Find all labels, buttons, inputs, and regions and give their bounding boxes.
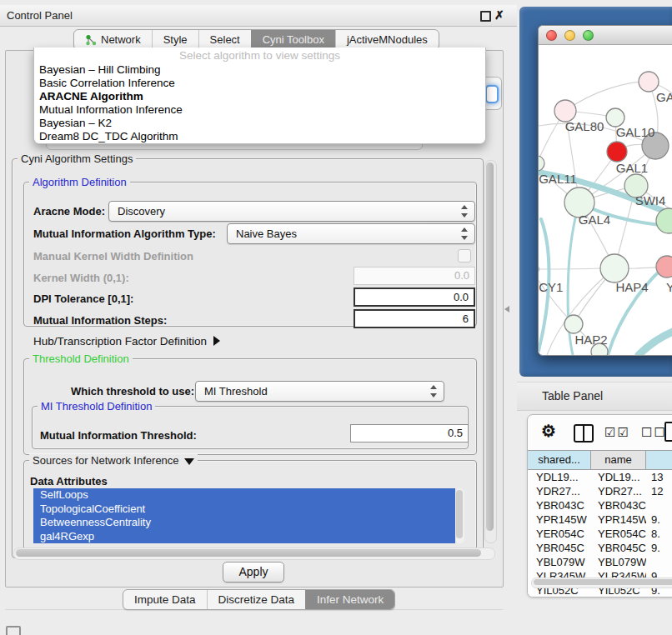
table-cell: 9. bbox=[646, 541, 672, 555]
close-traffic-light-icon[interactable] bbox=[546, 30, 557, 41]
mi-steps-field[interactable]: 6 bbox=[354, 309, 475, 328]
network-node[interactable] bbox=[656, 256, 672, 278]
network-node[interactable] bbox=[539, 156, 544, 171]
algorithm-definition-title: Algorithm Definition bbox=[29, 176, 130, 188]
mi-threshold-field[interactable]: 0.5 bbox=[350, 424, 469, 442]
table-row[interactable]: YDR27...YDR27...12 bbox=[528, 484, 672, 498]
network-window-titlebar[interactable] bbox=[539, 26, 672, 45]
tab-cyni-toolbox[interactable]: Cyni Toolbox bbox=[251, 30, 335, 49]
tab-network[interactable]: Network bbox=[74, 30, 152, 49]
deselect-all-rows-icon[interactable]: ☐☐ bbox=[641, 425, 667, 440]
table-row[interactable]: YPR145WYPR145W9. bbox=[528, 512, 672, 527]
combo-arrow-button[interactable] bbox=[485, 85, 499, 103]
column-header-clipped[interactable] bbox=[646, 451, 672, 469]
kernel-width-field[interactable]: 0.0 bbox=[354, 267, 475, 285]
table-panel: ⚙ ☑☑ ☐☐ shared... name YDL19...YDL19...1… bbox=[527, 414, 672, 598]
tab-network-label: Network bbox=[101, 30, 141, 49]
table-row[interactable]: YER054CYER054C8. bbox=[528, 527, 672, 541]
sources-title[interactable]: Sources for Network Inference bbox=[29, 454, 198, 467]
algorithm-combo-edge[interactable] bbox=[484, 77, 502, 110]
close-panel-icon[interactable]: ✗ bbox=[494, 8, 504, 22]
network-node[interactable] bbox=[639, 72, 659, 92]
network-canvas[interactable]: GALGAL80GAL10GAL1GAL11SWI4GAL4GCY1HAP4YH… bbox=[539, 44, 672, 355]
table-cell bbox=[646, 555, 672, 569]
algorithm-option[interactable]: Basic Correlation Inference bbox=[34, 77, 485, 90]
scrollbar-thumb[interactable] bbox=[456, 490, 463, 538]
network-edge bbox=[565, 82, 649, 111]
mi-type-combo[interactable]: Naive Bayes bbox=[227, 223, 475, 244]
settings-vertical-scrollbar[interactable] bbox=[484, 160, 497, 543]
zoom-traffic-light-icon[interactable] bbox=[583, 30, 594, 41]
split-pane-handle-icon[interactable] bbox=[504, 306, 509, 312]
table-row[interactable]: YBR045CYBR045C9. bbox=[528, 541, 672, 555]
table-row[interactable]: YDL19...YDL19...13 bbox=[528, 470, 672, 484]
algorithm-dropdown[interactable]: Select algorithm to view settings Bayesi… bbox=[33, 48, 486, 144]
table-cell: YBR043C bbox=[528, 498, 591, 512]
collapsed-arrow-icon bbox=[213, 336, 220, 346]
combo-stepper-icon bbox=[460, 228, 468, 240]
algorithm-option[interactable]: ARACNE Algorithm bbox=[34, 90, 485, 103]
network-node-label: GAL11 bbox=[539, 172, 577, 186]
source-attribute-item[interactable]: SelfLoops bbox=[33, 488, 455, 502]
minimize-traffic-light-icon[interactable] bbox=[564, 30, 575, 41]
network-node-label: GAL80 bbox=[565, 119, 604, 133]
source-attribute-item[interactable]: gal4RGexp bbox=[33, 530, 455, 544]
network-node-label: SWI4 bbox=[635, 193, 666, 208]
table-cell: YDR27... bbox=[528, 484, 591, 498]
data-attributes-list[interactable]: SelfLoopsTopologicalCoefficientBetweenne… bbox=[33, 488, 455, 543]
network-node-label: GAL1 bbox=[616, 161, 648, 175]
network-node-label: GAL4 bbox=[579, 212, 610, 227]
control-panel-titlebar: Control Panel ✗ bbox=[0, 5, 517, 27]
network-edge bbox=[639, 328, 672, 355]
select-all-rows-icon[interactable]: ☑☑ bbox=[604, 425, 630, 440]
scrollbar-thumb[interactable] bbox=[486, 162, 494, 531]
table-cell: YPR145W bbox=[591, 512, 646, 527]
tab-discretize-data[interactable]: Discretize Data bbox=[207, 590, 306, 609]
algorithm-option[interactable]: Mutual Information Inference bbox=[34, 103, 485, 117]
scrollbar-thumb[interactable] bbox=[16, 549, 481, 557]
float-panel-icon[interactable] bbox=[480, 11, 491, 22]
gear-icon[interactable]: ⚙ bbox=[541, 421, 556, 441]
network-window[interactable]: GALGAL80GAL10GAL1GAL11SWI4GAL4GCY1HAP4YH… bbox=[538, 25, 672, 356]
aracne-mode-combo[interactable]: Discovery bbox=[108, 201, 475, 222]
dpi-tolerance-label: DPI Tolerance [0,1]: bbox=[33, 292, 133, 305]
table-row[interactable]: YBR043CYBR043C bbox=[528, 498, 672, 512]
split-columns-icon[interactable] bbox=[574, 424, 594, 442]
mi-threshold-definition-title: MI Threshold Definition bbox=[38, 400, 155, 412]
table-horizontal-scrollbar[interactable] bbox=[531, 578, 672, 588]
table-cell: YBL079W bbox=[528, 555, 591, 569]
table-cell: 8. bbox=[646, 527, 672, 541]
cyni-bottom-tabs: Impute Data Discretize Data Infer Networ… bbox=[123, 589, 395, 610]
table-header: shared... name bbox=[528, 450, 672, 470]
algorithm-option[interactable]: Bayesian – K2 bbox=[34, 117, 485, 130]
network-node[interactable] bbox=[564, 315, 583, 333]
column-header-name[interactable]: name bbox=[591, 451, 646, 469]
dpi-tolerance-field[interactable]: 0.0 bbox=[354, 288, 475, 307]
export-table-icon[interactable] bbox=[664, 422, 672, 442]
tab-style[interactable]: Style bbox=[152, 30, 198, 49]
table-row[interactable]: YBL079WYBL079W bbox=[528, 555, 672, 569]
manual-kernel-checkbox[interactable] bbox=[458, 249, 471, 262]
settings-horizontal-scrollbar[interactable] bbox=[13, 548, 495, 560]
attributes-list-scrollbar[interactable] bbox=[455, 488, 464, 543]
network-node[interactable] bbox=[607, 142, 627, 162]
scrollbar-thumb[interactable] bbox=[534, 579, 672, 585]
source-attribute-item[interactable]: TopologicalCoefficient bbox=[33, 502, 455, 517]
algorithm-option[interactable]: Dream8 DC_TDC Algorithm bbox=[34, 130, 485, 143]
collapsed-panel-icon[interactable] bbox=[6, 626, 21, 635]
tab-jactivemnodules[interactable]: jActiveMNodules bbox=[335, 30, 439, 49]
tab-impute-data[interactable]: Impute Data bbox=[123, 590, 207, 609]
tab-select[interactable]: Select bbox=[198, 30, 251, 49]
source-attribute-item[interactable]: BetweennessCentrality bbox=[33, 516, 455, 530]
network-node[interactable] bbox=[656, 208, 672, 233]
tab-infer-network[interactable]: Infer Network bbox=[305, 590, 394, 609]
apply-button[interactable]: Apply bbox=[223, 562, 284, 582]
which-threshold-combo[interactable]: MI Threshold bbox=[195, 381, 444, 402]
table-panel-title: Table Panel bbox=[542, 382, 603, 410]
network-node[interactable] bbox=[606, 108, 624, 127]
algorithm-option[interactable]: Bayesian – Hill Climbing bbox=[34, 63, 485, 77]
hub-definition-toggle[interactable]: Hub/Transcription Factor Definition bbox=[33, 335, 220, 348]
column-header-shared-name[interactable]: shared... bbox=[528, 451, 591, 469]
table-cell bbox=[646, 498, 672, 512]
network-node[interactable] bbox=[600, 254, 629, 282]
